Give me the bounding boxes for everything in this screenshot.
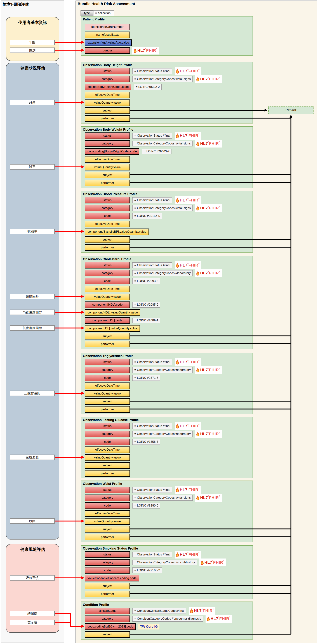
fixed-value: = LOINC #2571-8 [132, 375, 160, 381]
fixed-value: = ObservationStatus #final [132, 68, 172, 74]
field-chol-ldl_value: component[LDL].valueQuantity.value [85, 325, 140, 332]
field-bp-subject: subject [85, 236, 130, 243]
field-patient-name: name[usual].text [85, 32, 130, 38]
fixed-value: = ObservationStatus #final [132, 133, 172, 138]
profile-row: effectiveDateTime [85, 510, 130, 517]
fhir-wordmark: FHIR [209, 206, 219, 210]
profile-row: coding[BodyHeightCode].code= LOINC #8302… [85, 84, 162, 90]
profile-row: category= ObservationCategoryCodes #vita… [85, 494, 222, 501]
fixed-value: = ConditionCategoryCodes #encounter-diag… [132, 616, 203, 622]
field-waist-category: category [85, 494, 130, 501]
profile-waist: Observation Waist Profilestatus= Observa… [81, 480, 253, 542]
fixed-value: = ObservationCategoryCodes #social-histo… [132, 560, 197, 565]
profile-patient: Patient Profileidentifier:idCardNumberna… [81, 16, 253, 56]
field-chol-value: valueQuantity.value [85, 294, 130, 300]
profile-row: subject [85, 462, 130, 469]
hl7-fhir-logo: HL7®FHIR® [132, 46, 159, 54]
field-chol-category: category [85, 270, 130, 276]
fixed-value: = ObservationCategoryCodes #vital-signs [132, 495, 193, 500]
fixed-value: = LOINC #2085-9 [132, 302, 160, 308]
hl7-fhir-logo: HL7®FHIR® [175, 261, 201, 269]
registered-mark: ® [223, 560, 224, 562]
sidebar-item: 吸菸習慣 [10, 575, 55, 580]
fixed-value: = ObservationCategoryCodes #vital-signs [132, 76, 193, 82]
field-bw-status: status [85, 132, 130, 139]
profile-row: subject [85, 107, 130, 114]
hl7-fhir-logo: HL7®FHIR® [175, 550, 201, 558]
flame-icon [196, 141, 200, 146]
registered-mark: ® [198, 133, 199, 135]
hl7-wordmark: HL7 [200, 496, 208, 500]
flame-icon [196, 431, 200, 437]
fhir-wordmark: FHIR [219, 616, 229, 621]
fixed-value: = ObservationStatus #final [132, 197, 172, 203]
field-bh-effective: effectiveDateTime [85, 92, 130, 98]
profile-row: code= LOINC #8280-0 [85, 502, 160, 509]
hl7-wordmark: HL7 [200, 141, 208, 146]
registered-mark: ® [198, 552, 199, 554]
profile-row: status= ObservationStatus #finalHL7®FHIR… [85, 197, 201, 204]
fhir-wordmark: FHIR [188, 133, 198, 138]
hl7-wordmark: HL7 [180, 424, 187, 428]
flame-icon [196, 495, 200, 500]
flame-icon [133, 48, 137, 54]
hl7-fhir-logo: HL7®FHIR® [195, 204, 222, 212]
profile-row: performer [85, 115, 130, 122]
sidebar-section-health-risk: 健康風險評估 [6, 544, 59, 633]
field-bp-effective: effectiveDateTime [85, 221, 130, 227]
sidebar-item: 年齡 [10, 40, 55, 45]
fixed-value: = LOINC #39156-5 [132, 213, 162, 219]
field-fg-code: code [85, 438, 130, 445]
profile-bw: Observation Body Weight Profilestatus= O… [81, 126, 253, 188]
hl7-fhir-logo: HL7®FHIR® [175, 358, 201, 366]
field-bw-value: valueQuantity.value [85, 164, 130, 170]
field-waist-code: code [85, 502, 130, 509]
flame-icon [196, 270, 200, 276]
profile-title: Observation Cholesterol Profile [83, 258, 131, 261]
field-trig-status: status [85, 359, 130, 365]
hl7-wordmark: HL7 [200, 77, 208, 81]
profile-row: code= LOINC #2571-8 [85, 374, 160, 381]
sidebar-item: 身高 [10, 100, 55, 105]
fhir-wordmark: FHIR [209, 432, 219, 436]
profile-row: status= ObservationStatus #finalHL7®FHIR… [85, 68, 201, 74]
profile-row: performer [85, 244, 130, 251]
fixed-value: = LOINC #2089-1 [132, 318, 160, 323]
fixed-value: = LOINC #72166-2 [132, 568, 162, 573]
sidebar-item: 體重 [10, 164, 55, 170]
hl7-wordmark: HL7 [204, 560, 212, 565]
field-bh-status: status [85, 68, 130, 74]
hl7-fhir-logo: HL7®FHIR® [189, 607, 215, 615]
field-trig-value: valueQuantity.value [85, 390, 130, 397]
fixed-value: = ObservationStatus #final [132, 262, 172, 268]
field-bh-value: valueQuantity.value [85, 100, 130, 106]
field-bw-category: category [85, 140, 130, 147]
hl7-fhir-logo: HL7®FHIR® [195, 430, 222, 438]
field-smoke-subject: subject [85, 583, 130, 589]
registered-mark: ® [198, 263, 199, 264]
profile-row: effectiveDateTime [85, 156, 130, 162]
profile-row: performer [85, 470, 130, 476]
fhir-wordmark: FHIR [209, 141, 219, 146]
flame-icon [176, 197, 179, 203]
flame-icon [176, 359, 179, 365]
profile-row: valueQuantity.value [85, 164, 130, 170]
field-bw-effective: effectiveDateTime [85, 156, 130, 162]
profile-row: valueQuantity.value [85, 518, 130, 525]
fixed-value: = ObservationCategoryCodes #laboratory [132, 270, 193, 276]
field-fg-subject: subject [85, 462, 130, 469]
sidebar-item: 高血壓 [10, 620, 55, 625]
hl7-wordmark: HL7 [180, 552, 187, 557]
profile-title: Observation Waist Profile [83, 482, 122, 486]
field-bh-subject: subject [85, 107, 130, 114]
profile-row: effectiveDateTime [85, 446, 130, 453]
profile-row: performer [85, 180, 130, 186]
profile-title: Patient Profile [83, 18, 105, 21]
field-patient-gender: gender [85, 47, 130, 54]
profile-title: Observation Blood Pressure Profile [83, 192, 137, 196]
profile-bh: Observation Body Height Profilestatus= O… [81, 62, 253, 124]
fixed-value: = ObservationCategoryCodes #vital-signs [132, 141, 193, 146]
profile-row: category= ObservationCategoryCodes #vita… [85, 140, 222, 147]
profile-row: name[usual].text [85, 32, 130, 38]
fhir-wordmark: FHIR [188, 69, 198, 74]
